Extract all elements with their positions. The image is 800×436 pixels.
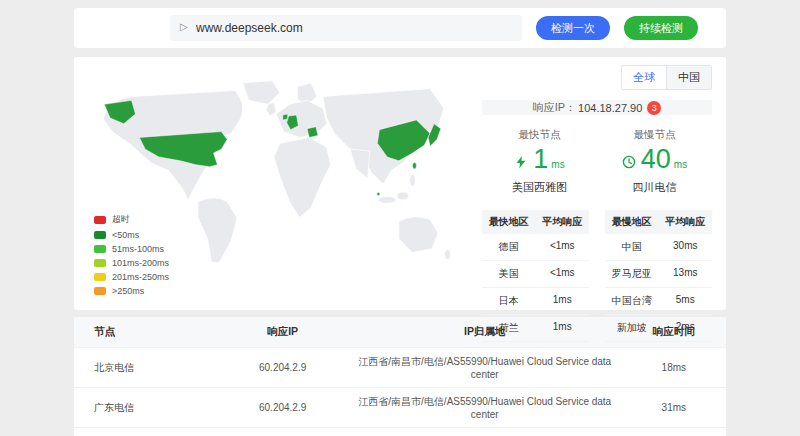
legend-swatch [94, 273, 106, 281]
table-row: 河北电信 60.204.2.9 江西省/南昌市/电信/AS55990/Huawe… [74, 428, 726, 436]
column-header-ip: 响应IP [217, 317, 347, 348]
map-legend: 超时 <50ms 51ms-100ms 101ms-200ms 201ms-25… [94, 209, 169, 296]
country-singapore [377, 192, 380, 195]
lightning-icon [514, 155, 528, 169]
region-name: 中国 [605, 240, 659, 254]
landmass-indonesia [378, 196, 396, 203]
node-time: 31ms [622, 388, 726, 428]
legend-item: 51ms-100ms [94, 244, 169, 254]
node-ip: 60.204.2.9 [217, 388, 347, 428]
landmass-india [350, 149, 370, 178]
url-input[interactable] [170, 15, 522, 41]
legend-item: >250ms [94, 286, 169, 296]
landmass-australia [399, 217, 438, 253]
node-time: 23ms [622, 428, 726, 436]
response-ip-value: 104.18.27.90 [578, 102, 642, 114]
response-ip-bar: 响应IP： 104.18.27.90 3 [482, 100, 712, 115]
stats-panel: 全球 中国 响应IP： 104.18.27.90 3 最快节点 1 [466, 65, 712, 300]
ip-count-badge[interactable]: 3 [647, 101, 661, 115]
column-header: 最快地区 [482, 215, 536, 229]
search-bar-card: ▷ 检测一次 持续检测 [74, 8, 726, 48]
region-latency: <1ms [536, 240, 590, 254]
region-latency: 30ms [659, 240, 713, 254]
legend-item: 201ms-250ms [94, 272, 169, 282]
landmass-new-zealand [445, 250, 451, 260]
table-row: 广东电信 60.204.2.9 江西省/南昌市/电信/AS55990/Huawe… [74, 388, 726, 428]
region-name: 日本 [482, 294, 536, 308]
region-row: 美国 <1ms [482, 261, 589, 288]
region-row: 德国 <1ms [482, 234, 589, 261]
node-name: 广东电信 [74, 388, 217, 428]
region-name: 新加坡 [605, 321, 659, 335]
region-latency: 1ms [536, 294, 590, 308]
scope-tabs: 全球 中国 [621, 65, 712, 90]
legend-swatch [94, 216, 106, 224]
node-ip: 60.204.2.9 [217, 348, 347, 388]
result-card: 超时 <50ms 51ms-100ms 101ms-200ms 201ms-25… [74, 57, 726, 310]
url-input-wrap: ▷ [170, 15, 522, 41]
legend-swatch [94, 231, 106, 239]
legend-swatch [94, 245, 106, 253]
legend-swatch [94, 287, 106, 295]
node-name: 北京电信 [74, 348, 217, 388]
node-ip: 60.204.2.9 [217, 428, 347, 436]
node-name: 河北电信 [74, 428, 217, 436]
table-row: 北京电信 60.204.2.9 江西省/南昌市/电信/AS55990/Huawe… [74, 348, 726, 388]
tab-china[interactable]: 中国 [666, 66, 711, 89]
country-taiwan [413, 163, 417, 169]
page: ▷ 检测一次 持续检测 [74, 0, 726, 436]
legend-label: 超时 [112, 213, 130, 226]
slowest-node-title: 最慢节点 [597, 128, 712, 142]
continuous-check-button[interactable]: 持续检测 [624, 16, 698, 40]
landmass-borneo [397, 192, 409, 200]
slowest-node-value: 40 [641, 146, 671, 173]
region-name: 美国 [482, 267, 536, 281]
play-icon: ▷ [180, 21, 188, 32]
legend-label: 51ms-100ms [112, 244, 164, 254]
column-header-node: 节点 [74, 317, 217, 348]
node-location: 江西省/南昌市/电信/AS55990/Huawei Cloud Service … [348, 428, 622, 436]
fastest-node-unit: ms [551, 159, 564, 170]
fastest-node-location: 美国西雅图 [482, 180, 597, 195]
region-name: 罗马尼亚 [605, 267, 659, 281]
slowest-node-stat: 最慢节点 40 ms 四川电信 [597, 128, 712, 195]
landmass-africa [274, 137, 331, 217]
world-map-area: 超时 <50ms 51ms-100ms 101ms-200ms 201ms-25… [88, 65, 466, 300]
fastest-regions-table: 最快地区 平均响应 德国 <1ms 美国 <1ms 日本 1ms [482, 210, 589, 342]
node-location: 江西省/南昌市/电信/AS55990/Huawei Cloud Service … [348, 388, 622, 428]
slowest-node-unit: ms [674, 159, 687, 170]
fastest-node-stat: 最快节点 1 ms 美国西雅图 [482, 128, 597, 195]
column-header: 平均响应 [659, 215, 713, 229]
region-latency: 1ms [536, 321, 590, 335]
region-name: 中国台湾 [605, 294, 659, 308]
legend-item: 101ms-200ms [94, 258, 169, 268]
region-row: 中国台湾 5ms [605, 288, 712, 315]
node-time: 18ms [622, 348, 726, 388]
response-ip-label: 响应IP： [533, 100, 576, 115]
slowest-regions-table: 最慢地区 平均响应 中国 30ms 罗马尼亚 13ms 中国台湾 5ms [605, 210, 712, 342]
legend-label: >250ms [112, 286, 144, 296]
region-latency: 13ms [659, 267, 713, 281]
legend-item: <50ms [94, 230, 169, 240]
legend-swatch [94, 259, 106, 267]
landmass-greenland [243, 81, 280, 104]
clock-icon [622, 155, 636, 169]
country-netherlands [283, 114, 288, 120]
check-once-button[interactable]: 检测一次 [536, 16, 610, 40]
slowest-node-location: 四川电信 [597, 180, 712, 195]
tab-global[interactable]: 全球 [622, 66, 666, 89]
legend-label: <50ms [112, 230, 139, 240]
legend-label: 101ms-200ms [112, 258, 169, 268]
landmass-philippines [410, 175, 416, 187]
region-row: 日本 1ms [482, 288, 589, 315]
legend-label: 201ms-250ms [112, 272, 169, 282]
region-name: 德国 [482, 240, 536, 254]
region-latency: 5ms [659, 294, 713, 308]
fastest-node-title: 最快节点 [482, 128, 597, 142]
region-row: 中国 30ms [605, 234, 712, 261]
landmass-south-america [198, 198, 237, 262]
column-header: 平均响应 [536, 215, 590, 229]
region-row: 罗马尼亚 13ms [605, 261, 712, 288]
fastest-node-value: 1 [533, 146, 548, 173]
node-location: 江西省/南昌市/电信/AS55990/Huawei Cloud Service … [348, 348, 622, 388]
